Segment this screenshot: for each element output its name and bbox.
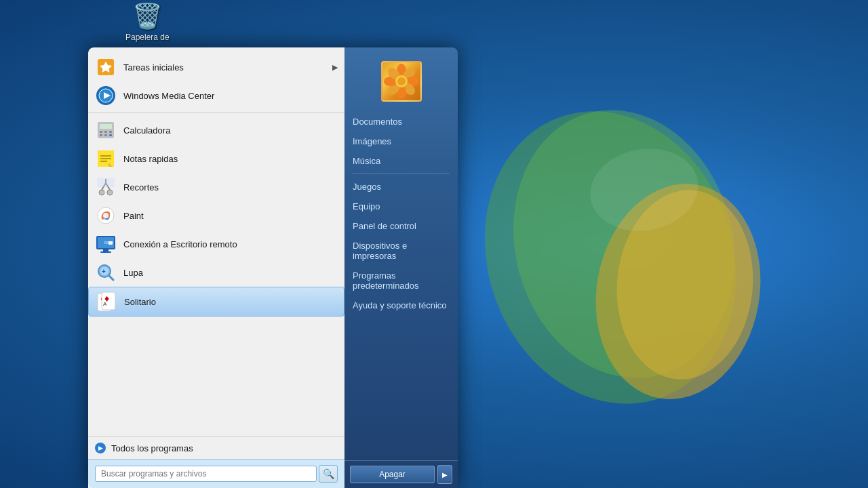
app-item-wmc[interactable]: Windows Media Center <box>88 81 344 110</box>
svg-rect-33 <box>103 249 108 251</box>
svg-point-2 <box>579 171 777 413</box>
app-icon-paint <box>95 205 117 226</box>
app-item-tareas[interactable]: Tareas iniciales ▶ <box>88 53 344 81</box>
right-divider-musica <box>353 174 450 174</box>
svg-text:A: A <box>103 301 107 307</box>
svg-point-24 <box>107 190 113 195</box>
app-item-solitario[interactable]: ♥ ♦ A Solitario <box>88 287 344 317</box>
search-input[interactable] <box>95 466 317 482</box>
app-item-paint[interactable]: Paint <box>88 201 344 230</box>
user-section <box>344 54 458 108</box>
svg-line-39 <box>109 276 113 280</box>
svg-rect-16 <box>104 134 107 136</box>
app-name-tareas: Tareas iniciales <box>123 62 184 73</box>
all-programs-arrow-icon: ▶ <box>95 443 106 453</box>
svg-point-30 <box>103 213 108 218</box>
left-divider <box>88 113 344 113</box>
papelera-icon-img: 🗑️ <box>131 0 163 33</box>
right-menu-item-panel[interactable]: Panel de control <box>344 216 458 236</box>
app-name-lupa: Lupa <box>123 268 143 278</box>
svg-point-4 <box>584 140 705 239</box>
app-item-lupa[interactable]: + Lupa <box>88 258 344 287</box>
svg-rect-14 <box>109 131 112 133</box>
svg-rect-17 <box>109 134 112 136</box>
right-menu-item-ayuda[interactable]: Ayuda y soporte técnico <box>344 296 458 315</box>
svg-rect-12 <box>100 131 102 133</box>
svg-point-1 <box>484 85 764 403</box>
app-icon-calc <box>95 119 117 141</box>
right-menu-item-documentos[interactable]: Documentos <box>344 112 458 131</box>
svg-rect-11 <box>100 124 112 129</box>
all-programs-label: Todos los programas <box>111 443 193 453</box>
app-name-solitario: Solitario <box>124 297 156 307</box>
app-name-recortes: Recortes <box>123 182 159 192</box>
start-menu: Tareas iniciales ▶ Windows Media Center … <box>88 47 458 488</box>
app-item-recortes[interactable]: Recortes <box>88 173 344 201</box>
svg-point-56 <box>397 77 406 85</box>
right-menu-item-programas[interactable]: Programas predeterminados <box>344 266 458 296</box>
svg-rect-15 <box>100 134 102 136</box>
papelera-icon[interactable]: 🗑️ Papelera de <box>125 0 170 42</box>
app-item-calc[interactable]: Calculadora <box>88 116 344 144</box>
papelera-label: Papelera de <box>125 33 170 42</box>
app-icon-lupa: + <box>95 262 117 283</box>
right-menu-item-equipo[interactable]: Equipo <box>344 197 458 216</box>
app-item-escritorio[interactable]: RDP Conexión a Escritorio remoto <box>88 230 344 258</box>
user-avatar <box>381 61 422 102</box>
app-name-escritorio: Conexión a Escritorio remoto <box>123 239 237 249</box>
app-icon-notas <box>95 148 117 169</box>
left-panel: Tareas iniciales ▶ Windows Media Center … <box>88 47 344 488</box>
svg-text:RDP: RDP <box>104 241 113 245</box>
right-menu-item-musica[interactable]: Música <box>344 151 458 171</box>
user-avatar-flower <box>382 62 420 100</box>
search-button[interactable]: 🔍 <box>319 465 338 483</box>
svg-text:+: + <box>102 268 106 275</box>
app-icon-tareas <box>95 56 117 78</box>
app-icon-wmc <box>95 85 117 106</box>
app-item-notas[interactable]: Notas rapidas <box>88 144 344 173</box>
desktop-decoration <box>475 54 814 427</box>
svg-point-3 <box>609 184 761 385</box>
svg-rect-28 <box>97 178 115 187</box>
search-bar: 🔍 <box>88 459 344 488</box>
right-menu-item-juegos[interactable]: Juegos <box>344 177 458 197</box>
app-icon-escritorio: RDP <box>95 233 117 255</box>
all-programs[interactable]: ▶ Todos los programas <box>88 436 344 459</box>
right-menu-item-dispositivos[interactable]: Dispositivos e impresoras <box>344 236 458 266</box>
shutdown-arrow-button[interactable]: ▶ <box>437 465 452 484</box>
svg-point-0 <box>475 76 776 427</box>
app-arrow-tareas: ▶ <box>332 63 338 72</box>
svg-rect-34 <box>100 251 111 253</box>
right-panel-bottom: Apagar ▶ <box>344 460 458 488</box>
app-name-paint: Paint <box>123 211 144 221</box>
app-name-wmc: Windows Media Center <box>123 91 214 101</box>
svg-rect-13 <box>104 131 107 133</box>
app-icon-solitario: ♥ ♦ A <box>96 291 117 312</box>
shutdown-button[interactable]: Apagar <box>350 466 435 483</box>
right-menu-item-imagenes[interactable]: Imágenes <box>344 131 458 151</box>
app-icon-recortes <box>95 176 117 198</box>
app-name-notas: Notas rapidas <box>123 154 178 164</box>
apps-list: Tareas iniciales ▶ Windows Media Center … <box>88 47 344 436</box>
right-panel: DocumentosImágenesMúsicaJuegosEquipoPane… <box>344 47 458 488</box>
right-menu-list: DocumentosImágenesMúsicaJuegosEquipoPane… <box>344 112 458 315</box>
app-name-calc: Calculadora <box>123 125 170 136</box>
svg-point-23 <box>99 190 104 195</box>
